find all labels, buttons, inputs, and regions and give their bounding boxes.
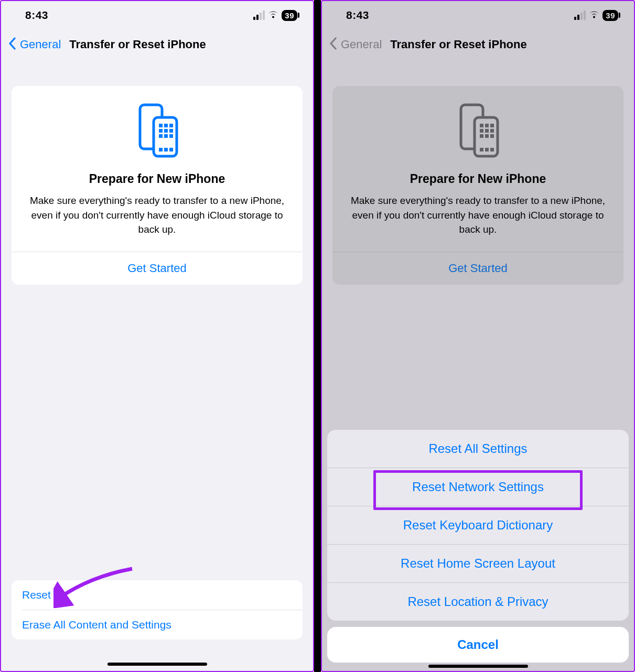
screenshot-left: 8:43 39 General Transfer or Reset iPhone [0,0,314,672]
svg-rect-16 [480,124,483,127]
svg-rect-23 [485,134,489,138]
transfer-phones-icon [345,102,611,159]
svg-rect-26 [485,148,489,151]
get-started-button[interactable]: Get Started [345,252,611,285]
svg-rect-17 [485,124,489,127]
svg-rect-25 [480,148,483,151]
prepare-card: Prepare for New iPhone Make sure everyth… [12,86,303,285]
svg-rect-7 [169,129,173,133]
svg-rect-21 [490,129,494,133]
home-indicator[interactable] [428,665,528,668]
reset-row[interactable]: Reset [12,580,303,610]
reset-location-privacy[interactable]: Reset Location & Privacy [327,583,629,621]
nav-bar: General Transfer or Reset iPhone [1,29,313,60]
home-indicator[interactable] [107,663,207,666]
reset-network-settings[interactable]: Reset Network Settings [327,468,629,506]
svg-rect-2 [159,124,163,127]
get-started-button[interactable]: Get Started [24,252,290,285]
svg-rect-5 [159,129,163,133]
svg-rect-18 [490,124,494,127]
status-bar: 8:43 39 [1,1,313,29]
svg-rect-19 [480,129,483,133]
nav-title: Transfer or Reset iPhone [390,38,526,51]
svg-rect-8 [159,134,163,138]
reset-all-settings[interactable]: Reset All Settings [327,430,629,468]
svg-rect-10 [169,134,173,138]
svg-rect-9 [164,134,168,138]
svg-rect-13 [169,148,173,151]
svg-rect-22 [480,134,483,138]
prepare-card: Prepare for New iPhone Make sure everyth… [332,86,623,285]
back-chevron-icon[interactable] [329,37,338,52]
action-sheet: Reset All Settings Reset Network Setting… [322,425,634,671]
svg-rect-11 [159,148,163,151]
cellular-signal-icon [253,10,265,20]
reset-home-screen-layout[interactable]: Reset Home Screen Layout [327,545,629,582]
reset-keyboard-dictionary[interactable]: Reset Keyboard Dictionary [327,506,629,544]
svg-rect-27 [490,148,494,151]
transfer-phones-icon [24,102,290,159]
erase-all-row[interactable]: Erase All Content and Settings [12,610,303,640]
cancel-button[interactable]: Cancel [327,627,629,663]
wifi-icon [268,10,278,20]
svg-rect-4 [169,124,173,127]
nav-title: Transfer or Reset iPhone [69,38,206,51]
nav-back-label[interactable]: General [20,38,61,51]
status-bar: 8:43 39 [322,1,634,29]
battery-icon: 39 [602,10,618,21]
wifi-icon [589,10,599,20]
card-description: Make sure everything's ready to transfer… [24,193,290,237]
image-divider [314,0,321,672]
svg-rect-6 [164,129,168,133]
bottom-options-list: Reset Erase All Content and Settings [12,580,303,640]
svg-rect-24 [490,134,494,138]
card-description: Make sure everything's ready to transfer… [345,193,611,237]
status-right: 39 [574,10,618,21]
svg-rect-20 [485,129,489,133]
battery-icon: 39 [282,10,297,21]
status-right: 39 [253,10,297,21]
card-title: Prepare for New iPhone [24,172,290,186]
action-sheet-list: Reset All Settings Reset Network Setting… [327,430,629,621]
status-time: 8:43 [25,9,48,21]
nav-bar: General Transfer or Reset iPhone [322,29,634,60]
status-time: 8:43 [346,9,369,21]
nav-back-label[interactable]: General [341,38,382,51]
svg-rect-12 [164,148,168,151]
card-title: Prepare for New iPhone [345,172,611,186]
cellular-signal-icon [574,10,586,20]
content-area: Prepare for New iPhone Make sure everyth… [1,60,313,671]
svg-rect-3 [164,124,168,127]
back-chevron-icon[interactable] [8,37,17,52]
screenshot-right: 8:43 39 General Transfer or Reset iPhone [321,0,635,672]
